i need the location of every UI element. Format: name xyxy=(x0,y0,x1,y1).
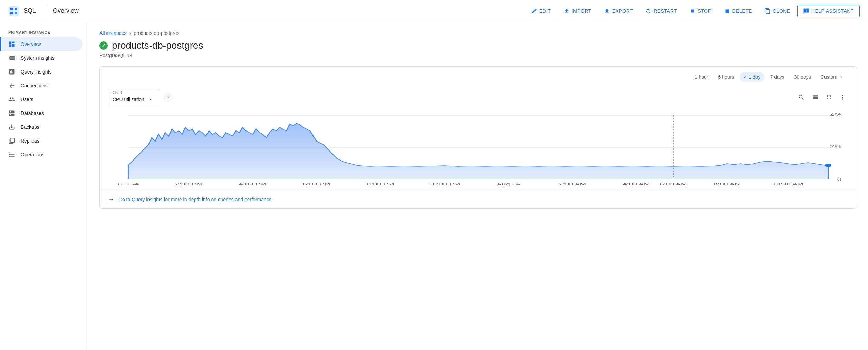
svg-rect-1 xyxy=(10,8,13,10)
sidebar-item-system-insights[interactable]: System insights xyxy=(0,51,83,65)
overview-icon xyxy=(8,41,15,48)
topbar-divider xyxy=(47,5,47,17)
sidebar: PRIMARY INSTANCE Overview System insight… xyxy=(0,22,88,350)
time-6hours-button[interactable]: 6 hours xyxy=(714,72,739,82)
restart-icon xyxy=(645,8,652,14)
sidebar-item-databases[interactable]: Databases xyxy=(0,106,83,120)
svg-text:6:00 AM: 6:00 AM xyxy=(660,182,687,186)
sidebar-item-replicas[interactable]: Replicas xyxy=(0,134,83,148)
cpu-chart-svg: 4% 2% 0 xyxy=(108,110,848,186)
export-button[interactable]: EXPORT xyxy=(598,5,638,17)
query-insights-icon xyxy=(8,68,15,75)
fullscreen-icon xyxy=(826,94,832,101)
svg-text:10:00 AM: 10:00 AM xyxy=(772,182,803,186)
svg-text:4%: 4% xyxy=(830,113,842,117)
chart-type-selector[interactable]: Chart CPU utilization xyxy=(108,89,158,106)
clone-icon xyxy=(764,8,771,14)
svg-rect-3 xyxy=(10,12,13,14)
svg-rect-4 xyxy=(15,12,17,14)
chart-filter-button[interactable] xyxy=(810,92,821,103)
chart-footer-text: Go to Query insights for more in-depth i… xyxy=(118,197,272,202)
arrow-right-icon: → xyxy=(108,196,114,203)
status-running-icon xyxy=(99,41,108,50)
svg-rect-2 xyxy=(15,8,17,10)
more-vert-icon xyxy=(839,94,846,101)
backups-icon xyxy=(8,124,15,130)
replicas-icon xyxy=(8,137,15,144)
sql-logo-icon xyxy=(8,6,19,17)
chart-svg-wrapper: 4% 2% 0 xyxy=(100,110,857,190)
chart-more-button[interactable] xyxy=(837,92,848,103)
sidebar-item-users[interactable]: Users xyxy=(0,93,83,106)
svg-rect-0 xyxy=(9,6,19,16)
svg-text:4:00 PM: 4:00 PM xyxy=(239,182,267,186)
chart-dropdown-row: Chart CPU utilization ? xyxy=(100,85,857,110)
instance-header: products-db-postgres xyxy=(99,40,857,51)
sidebar-item-connections[interactable]: Connections xyxy=(0,79,83,93)
help-icon xyxy=(803,8,809,14)
main-layout: PRIMARY INSTANCE Overview System insight… xyxy=(0,22,868,350)
chart-help-button[interactable]: ? xyxy=(164,93,172,101)
chart-card: 1 hour 6 hours 1 day 7 days 30 days Cust… xyxy=(99,66,857,209)
connections-icon xyxy=(8,82,15,89)
restart-button[interactable]: RESTART xyxy=(640,5,683,17)
chart-type-value: CPU utilization xyxy=(113,97,144,102)
svg-text:8:00 AM: 8:00 AM xyxy=(714,182,741,186)
topbar-actions: EDIT IMPORT EXPORT RESTART STOP DELETE xyxy=(525,5,860,17)
custom-dropdown-chevron-icon xyxy=(839,74,844,80)
time-7days-button[interactable]: 7 days xyxy=(766,72,788,82)
databases-icon xyxy=(8,110,15,117)
svg-text:0: 0 xyxy=(837,177,841,182)
svg-point-12 xyxy=(825,164,831,167)
import-icon xyxy=(563,8,570,14)
topbar: SQL Overview EDIT IMPORT EXPORT RESTART … xyxy=(0,0,868,22)
users-icon xyxy=(8,96,15,103)
system-insights-icon xyxy=(8,55,15,61)
filter-icon xyxy=(812,94,819,101)
svg-text:2:00 AM: 2:00 AM xyxy=(559,182,586,186)
svg-text:6:00 PM: 6:00 PM xyxy=(303,182,330,186)
logo-area: SQL xyxy=(8,6,36,17)
import-button[interactable]: IMPORT xyxy=(558,5,597,17)
delete-button[interactable]: DELETE xyxy=(718,5,758,17)
operations-icon xyxy=(8,151,15,158)
main-content: All instances › products-db-postgres pro… xyxy=(88,22,868,350)
breadcrumb-current: products-db-postgres xyxy=(134,30,179,36)
stop-button[interactable]: STOP xyxy=(684,5,717,17)
edit-button[interactable]: EDIT xyxy=(525,5,557,17)
clone-button[interactable]: CLONE xyxy=(759,5,796,17)
svg-text:2%: 2% xyxy=(830,144,842,149)
breadcrumb-separator: › xyxy=(129,30,131,36)
stop-icon xyxy=(689,8,696,14)
sidebar-item-query-insights[interactable]: Query insights xyxy=(0,65,83,79)
zoom-icon xyxy=(798,94,805,101)
instance-version: PostgreSQL 14 xyxy=(99,52,857,58)
topbar-page-title: Overview xyxy=(53,7,79,14)
chart-zoom-button[interactable] xyxy=(796,92,807,103)
chart-footer-link[interactable]: → Go to Query insights for more in-depth… xyxy=(100,190,857,208)
chart-fullscreen-button[interactable] xyxy=(823,92,835,103)
pencil-icon xyxy=(531,8,537,14)
svg-text:4:00 AM: 4:00 AM xyxy=(623,182,650,186)
breadcrumb: All instances › products-db-postgres xyxy=(99,30,857,36)
svg-text:10:00 PM: 10:00 PM xyxy=(429,182,461,186)
time-1day-button[interactable]: 1 day xyxy=(740,72,764,82)
time-custom-button[interactable]: Custom xyxy=(817,72,848,82)
chart-type-chevron-icon xyxy=(147,96,154,103)
instance-title: products-db-postgres xyxy=(112,40,203,51)
sidebar-item-backups[interactable]: Backups xyxy=(0,120,83,134)
svg-text:Aug 14: Aug 14 xyxy=(497,182,520,186)
chart-toolbar-right xyxy=(796,92,848,103)
help-assistant-button[interactable]: HELP ASSISTANT xyxy=(797,5,860,17)
svg-text:2:00 PM: 2:00 PM xyxy=(175,182,203,186)
time-30days-button[interactable]: 30 days xyxy=(790,72,815,82)
delete-icon xyxy=(724,8,730,14)
sidebar-item-overview[interactable]: Overview xyxy=(0,37,83,51)
sidebar-item-operations[interactable]: Operations xyxy=(0,148,83,162)
svg-text:8:00 PM: 8:00 PM xyxy=(367,182,395,186)
chart-select-label: Chart xyxy=(108,90,158,95)
chart-time-controls: 1 hour 6 hours 1 day 7 days 30 days Cust… xyxy=(100,67,857,85)
app-title: SQL xyxy=(23,7,36,14)
time-1hour-button[interactable]: 1 hour xyxy=(691,72,713,82)
breadcrumb-parent-link[interactable]: All instances xyxy=(99,30,127,36)
